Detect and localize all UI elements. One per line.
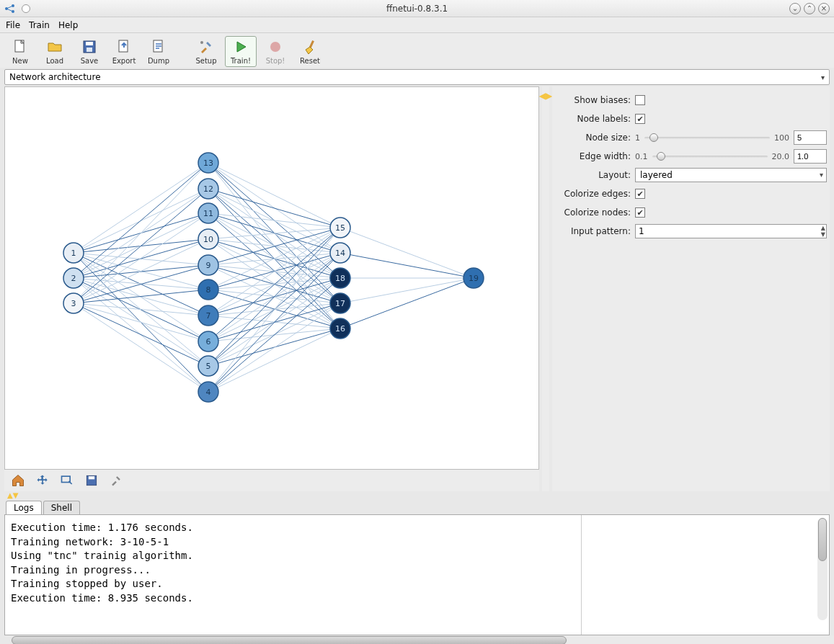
dump-label: Dump <box>148 57 169 65</box>
svg-line-37 <box>74 189 208 303</box>
save-button[interactable]: Save <box>74 36 105 67</box>
menu-help[interactable]: Help <box>58 20 78 30</box>
layout-select[interactable]: layered ▾ <box>635 168 827 182</box>
svg-text:19: 19 <box>469 274 479 283</box>
svg-text:11: 11 <box>203 209 213 218</box>
layout-label: Layout: <box>555 170 631 180</box>
zoom-rect-icon[interactable] <box>59 473 75 488</box>
svg-line-4 <box>6 9 13 12</box>
configure-icon[interactable] <box>108 473 124 488</box>
colorize-edges-label: Colorize edges: <box>555 189 631 199</box>
colorize-edges-checkbox[interactable]: ✔ <box>635 189 645 199</box>
new-document-icon <box>12 38 29 55</box>
svg-text:4: 4 <box>206 388 211 397</box>
pan-icon[interactable] <box>35 473 50 488</box>
menu-file[interactable]: File <box>6 20 20 30</box>
spin-down-icon[interactable]: ▼ <box>821 232 825 238</box>
svg-line-42 <box>74 303 208 316</box>
svg-text:12: 12 <box>203 184 213 194</box>
colorize-nodes-checkbox[interactable]: ✔ <box>635 207 645 218</box>
tools-icon <box>198 38 215 55</box>
home-icon[interactable] <box>10 473 26 488</box>
load-button[interactable]: Load <box>39 36 71 67</box>
setup-label: Setup <box>195 57 216 65</box>
maximize-button[interactable]: ⌃ <box>804 3 815 14</box>
network-canvas[interactable]: 12313121110987654151418171619 <box>4 86 539 470</box>
svg-line-97 <box>340 253 474 278</box>
train-button[interactable]: Train! <box>225 36 257 67</box>
svg-line-16 <box>74 163 208 253</box>
dump-icon <box>150 38 167 55</box>
log-text: Execution time: 1.176 seconds. Training … <box>5 515 582 635</box>
train-label: Train! <box>231 57 251 65</box>
edge-width-min: 0.1 <box>635 152 648 161</box>
show-biases-label: Show biases: <box>555 95 631 105</box>
tab-shell[interactable]: Shell <box>43 501 80 514</box>
svg-text:10: 10 <box>203 235 213 244</box>
svg-line-39 <box>74 239 208 303</box>
export-label: Export <box>112 57 136 65</box>
menu-train[interactable]: Train <box>29 20 50 30</box>
export-icon <box>115 38 133 55</box>
svg-line-44 <box>74 303 208 366</box>
minimize-button[interactable]: ⌄ <box>789 3 801 14</box>
stop-button: Stop! <box>259 36 291 67</box>
save-figure-icon[interactable] <box>84 473 99 488</box>
horizontal-splitter[interactable]: ▲▼ <box>0 491 834 498</box>
edge-width-input[interactable] <box>794 149 827 164</box>
export-button[interactable]: Export <box>108 36 140 67</box>
stop-label: Stop! <box>266 57 285 65</box>
tab-logs[interactable]: Logs <box>6 501 42 514</box>
svg-line-94 <box>208 303 340 392</box>
svg-text:8: 8 <box>206 285 211 295</box>
node-size-input[interactable] <box>794 130 827 145</box>
new-button[interactable]: New <box>4 36 36 67</box>
node-labels-checkbox[interactable]: ✔ <box>635 114 645 124</box>
status-dot-icon <box>22 4 30 13</box>
vertical-scrollbar[interactable] <box>817 518 828 620</box>
input-pattern-input[interactable]: 1 ▲▼ <box>635 224 827 238</box>
svg-point-14 <box>270 42 280 52</box>
svg-line-56 <box>208 213 340 228</box>
dump-button[interactable]: Dump <box>143 36 174 67</box>
title-bar: ffnetui-0.8.3.1 ⌄ ⌃ × <box>0 0 834 17</box>
menu-bar: File Train Help <box>0 17 834 33</box>
horizontal-scrollbar[interactable] <box>12 635 834 644</box>
svg-rect-9 <box>86 48 92 52</box>
node-size-slider[interactable] <box>644 133 770 143</box>
window-title: ffnetui-0.8.3.1 <box>386 4 448 14</box>
input-pattern-value: 1 <box>639 226 644 236</box>
svg-line-3 <box>6 6 13 9</box>
svg-line-46 <box>208 163 340 228</box>
new-label: New <box>12 57 28 65</box>
log-panel: Execution time: 1.176 seconds. Training … <box>4 514 830 635</box>
node-size-max: 100 <box>774 133 789 143</box>
splitter-handle-icon: ◀▶ <box>539 91 552 101</box>
svg-line-45 <box>74 303 208 392</box>
vertical-splitter[interactable]: ◀▶ <box>542 86 549 491</box>
node-labels-label: Node labels: <box>555 114 631 124</box>
view-selector[interactable]: Network architecture ▾ <box>4 69 830 85</box>
node-size-min: 1 <box>635 133 640 143</box>
reset-label: Reset <box>300 57 320 65</box>
side-panel: Show biases: Node labels: ✔ Node size: 1… <box>552 86 830 491</box>
colorize-nodes-label: Colorize nodes: <box>555 207 631 218</box>
svg-text:6: 6 <box>206 337 211 346</box>
svg-line-76 <box>208 228 340 316</box>
svg-line-99 <box>340 278 474 303</box>
svg-text:5: 5 <box>206 362 211 371</box>
bottom-tab-bar: Logs Shell <box>0 498 834 514</box>
show-biases-checkbox[interactable] <box>635 95 645 105</box>
broom-icon <box>301 38 319 55</box>
load-label: Load <box>46 57 63 65</box>
floppy-icon <box>81 38 98 55</box>
reset-button[interactable]: Reset <box>294 36 326 67</box>
close-button[interactable]: × <box>818 3 830 14</box>
view-selector-label: Network architecture <box>9 72 101 82</box>
edge-width-slider[interactable] <box>652 151 768 161</box>
setup-button[interactable]: Setup <box>190 36 222 67</box>
chevron-down-icon: ▾ <box>820 171 823 179</box>
svg-text:7: 7 <box>206 311 211 321</box>
svg-text:9: 9 <box>206 261 211 270</box>
input-pattern-label: Input pattern: <box>555 226 631 236</box>
